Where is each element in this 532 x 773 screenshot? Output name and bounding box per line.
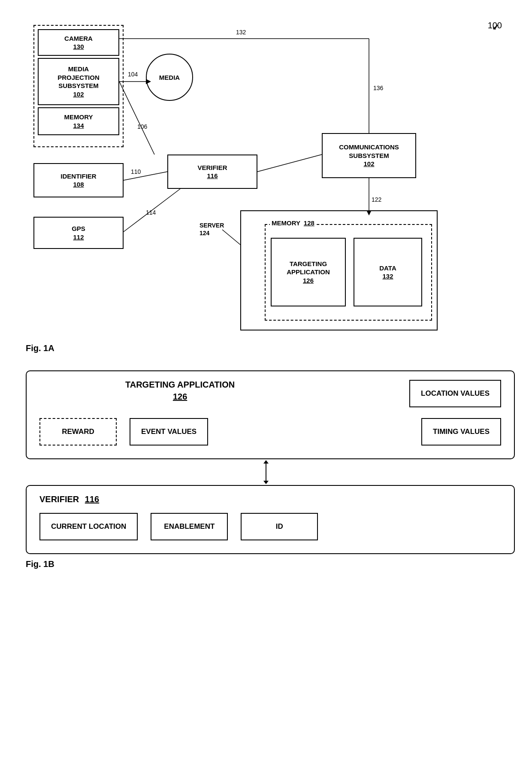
svg-text:104: 104 (128, 71, 138, 78)
memory-128-label: MEMORY 128 (270, 219, 316, 227)
gps-box: GPS 112 (33, 217, 124, 249)
memory-134-box: MEMORY 134 (38, 107, 119, 135)
media-projection-box: MEDIA PROJECTION SUBSYSTEM 102 (38, 58, 119, 105)
camera-box: CAMERA 130 (38, 29, 119, 56)
server-outer-box: MEMORY 128 TARGETING APPLICATION 126 DAT… (240, 210, 438, 330)
svg-line-7 (119, 82, 154, 155)
page: 100 ↙ CAMERA 130 MEDIA PROJECTION SUBSYS… (0, 0, 532, 578)
verifier-title-1b: VERIFIER 116 (39, 494, 501, 504)
fig1b-caption: Fig. 1B (26, 559, 506, 569)
svg-line-13 (257, 155, 322, 172)
current-location-box: CURRENT LOCATION (39, 513, 138, 540)
svg-text:114: 114 (146, 209, 156, 216)
verifier-box: VERIFIER 116 (167, 155, 257, 189)
memory-128-dashed: MEMORY 128 TARGETING APPLICATION 126 DAT… (265, 224, 432, 321)
svg-text:SERVER: SERVER (200, 222, 224, 229)
fig1a-diagram: 100 ↙ CAMERA 130 MEDIA PROJECTION SUBSYS… (21, 17, 511, 339)
svg-line-9 (124, 172, 167, 180)
verifier-outer-box: VERIFIER 116 CURRENT LOCATION ENABLEMENT… (26, 485, 515, 554)
svg-line-11 (124, 189, 180, 232)
enablement-box: ENABLEMENT (151, 513, 228, 540)
targeting-app-inner-box: TARGETING APPLICATION 126 (271, 238, 346, 306)
verifier-items-row: CURRENT LOCATION ENABLEMENT ID (39, 513, 501, 540)
svg-text:132: 132 (236, 29, 246, 36)
svg-text:122: 122 (372, 196, 382, 203)
svg-marker-22 (263, 481, 269, 484)
svg-text:136: 136 (373, 85, 384, 91)
svg-marker-21 (263, 460, 269, 464)
ref-100-arrow: ↙ (492, 22, 499, 32)
targeting-app-ref-1b: 126 (125, 392, 235, 402)
arrow-between-1b (26, 459, 506, 485)
targeting-app-outer-box: TARGETING APPLICATION 126 LOCATION VALUE… (26, 370, 515, 459)
media-circle: MEDIA (146, 54, 193, 101)
svg-line-19 (222, 230, 240, 245)
event-values-box: EVENT VALUES (130, 418, 208, 446)
data-132-inner-box: DATA 132 (354, 238, 422, 306)
timing-values-box: TIMING VALUES (421, 418, 501, 446)
targeting-app-title: TARGETING APPLICATION (125, 380, 235, 390)
fig1b-wrapper: TARGETING APPLICATION 126 LOCATION VALUE… (26, 370, 506, 569)
bidirectional-arrow (257, 459, 275, 485)
id-box: ID (241, 513, 318, 540)
reward-box: REWARD (39, 418, 117, 446)
svg-text:110: 110 (131, 168, 141, 175)
fig1a-caption: Fig. 1A (26, 343, 519, 353)
comm-subsystem-box: COMMUNICATIONS SUBSYSTEM 102 (322, 133, 416, 178)
location-values-box: LOCATION VALUES (409, 380, 501, 407)
svg-text:106: 106 (137, 123, 148, 130)
identifier-box: IDENTIFIER 108 (33, 163, 124, 197)
svg-text:124: 124 (200, 230, 210, 236)
